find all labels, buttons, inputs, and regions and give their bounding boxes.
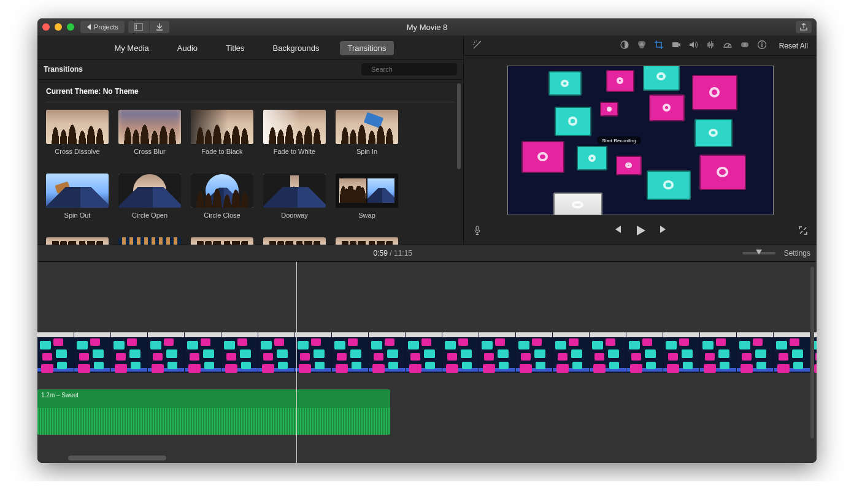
clip-filter-icon[interactable]: [740, 40, 750, 52]
transition-item-spin-in[interactable]: Spin In: [336, 110, 398, 155]
transition-item-swap[interactable]: Swap: [336, 174, 398, 219]
timeline-clip[interactable]: [74, 332, 111, 373]
play-icon[interactable]: [634, 224, 647, 239]
transition-label: Swap: [336, 212, 398, 219]
transitions-grid: Cross Dissolve Cross Blur Fade to Black: [46, 110, 455, 245]
adjust-toolbar: Reset All: [464, 36, 817, 56]
video-track[interactable]: [37, 332, 817, 378]
crop-icon[interactable]: [654, 40, 664, 52]
timeline-clip[interactable]: [221, 332, 258, 373]
timeline-vertical-scrollbar[interactable]: [810, 267, 814, 451]
time-separator: /: [390, 249, 394, 258]
transition-label: Circle Close: [191, 212, 253, 219]
timeline-clip[interactable]: [185, 332, 221, 373]
skip-forward-icon[interactable]: [659, 224, 669, 239]
color-balance-icon[interactable]: [620, 40, 629, 52]
timeline-clip[interactable]: [148, 332, 185, 373]
timeline-clip[interactable]: [700, 332, 737, 373]
timeline-clip[interactable]: [406, 332, 442, 373]
color-correction-icon[interactable]: [637, 40, 647, 52]
transition-item-cross-dissolve[interactable]: Cross Dissolve: [46, 110, 109, 155]
audio-clip-label: 1.2m – Sweet: [37, 389, 390, 401]
transition-item-cross-blur[interactable]: Cross Blur: [118, 110, 181, 155]
transition-thumb: [336, 110, 398, 144]
timeline[interactable]: 1.2m – Sweet: [37, 262, 817, 463]
preview-canvas[interactable]: Start Recording: [507, 66, 774, 215]
transition-item-partial[interactable]: [118, 237, 181, 245]
back-to-projects-label: Projects: [94, 23, 118, 31]
transition-item-partial[interactable]: [46, 237, 109, 245]
library-list-button[interactable]: [128, 21, 149, 33]
search-input[interactable]: [370, 65, 457, 74]
timeline-horizontal-scrollbar[interactable]: [44, 456, 810, 460]
transition-thumb: [336, 237, 398, 245]
timeline-clip[interactable]: [553, 332, 590, 373]
transition-item-circle-open[interactable]: Circle Open: [118, 174, 181, 219]
close-window-icon[interactable]: [42, 23, 50, 31]
timeline-clip[interactable]: [258, 332, 295, 373]
timeline-clip[interactable]: [442, 332, 479, 373]
skip-back-icon[interactable]: [612, 224, 622, 239]
transition-item-partial[interactable]: [263, 237, 326, 245]
transition-item-fade-to-black[interactable]: Fade to Black: [191, 110, 253, 155]
timeline-settings-button[interactable]: Settings: [784, 249, 810, 258]
project-duration: 11:15: [394, 249, 412, 258]
import-media-button[interactable]: [149, 21, 169, 33]
timeline-clip[interactable]: [111, 332, 148, 373]
timeline-zoom-slider[interactable]: [742, 252, 775, 254]
transition-item-circle-close[interactable]: Circle Close: [191, 174, 253, 219]
svg-rect-14: [761, 44, 763, 47]
transition-thumb: [263, 110, 326, 144]
browser-panel-title: Transitions: [44, 65, 83, 74]
transition-thumb: [191, 174, 253, 208]
transition-item-partial[interactable]: [336, 237, 398, 245]
tab-titles[interactable]: Titles: [218, 41, 252, 55]
transition-thumb: [336, 174, 398, 208]
timeline-clip[interactable]: [663, 332, 700, 373]
transition-item-fade-to-white[interactable]: Fade to White: [263, 110, 326, 155]
search-field[interactable]: [361, 63, 457, 75]
audio-clip[interactable]: 1.2m – Sweet: [37, 389, 390, 435]
preview-pane: Reset All: [464, 36, 817, 245]
noise-reduction-icon[interactable]: [706, 40, 715, 52]
timeline-clip[interactable]: [37, 332, 74, 373]
playhead-time: 0:59: [374, 249, 388, 258]
timeline-clip[interactable]: [516, 332, 553, 373]
reset-all-button[interactable]: Reset All: [779, 42, 808, 50]
timeline-clip[interactable]: [774, 332, 810, 373]
voiceover-mic-icon[interactable]: [472, 226, 482, 237]
titlebar: Projects My Movie 8: [37, 18, 817, 36]
speed-icon[interactable]: [723, 40, 733, 52]
minimize-window-icon[interactable]: [55, 23, 62, 31]
transition-label: Doorway: [263, 212, 326, 219]
svg-point-8: [639, 44, 644, 48]
timeline-clip[interactable]: [295, 332, 332, 373]
volume-icon[interactable]: [688, 40, 698, 52]
timeline-clip[interactable]: [479, 332, 516, 373]
transition-item-doorway[interactable]: Doorway: [263, 174, 326, 219]
browser-scrollbar[interactable]: [457, 83, 461, 245]
transition-item-partial[interactable]: [191, 237, 253, 245]
timeline-clip[interactable]: [369, 332, 406, 373]
info-icon[interactable]: [757, 40, 767, 52]
share-button[interactable]: [796, 21, 812, 33]
timeline-clip[interactable]: [590, 332, 626, 373]
timeline-clip[interactable]: [626, 332, 663, 373]
transition-item-spin-out[interactable]: Spin Out: [46, 174, 109, 219]
transition-thumb: [118, 174, 181, 208]
back-to-projects-button[interactable]: Projects: [80, 21, 125, 33]
svg-rect-1: [136, 25, 137, 26]
transition-thumb: [46, 237, 109, 245]
tab-my-media[interactable]: My Media: [107, 41, 156, 55]
zoom-window-icon[interactable]: [67, 23, 74, 31]
enhance-wand-icon[interactable]: [472, 40, 482, 52]
tab-transitions[interactable]: Transitions: [340, 41, 393, 55]
window-controls: [42, 23, 74, 31]
tab-backgrounds[interactable]: Backgrounds: [266, 41, 327, 55]
fullscreen-icon[interactable]: [798, 226, 808, 237]
timeline-clip[interactable]: [737, 332, 774, 373]
stabilization-icon[interactable]: [671, 40, 681, 52]
playhead[interactable]: [296, 262, 297, 463]
tab-audio[interactable]: Audio: [170, 41, 205, 55]
timeline-clip[interactable]: [332, 332, 369, 373]
